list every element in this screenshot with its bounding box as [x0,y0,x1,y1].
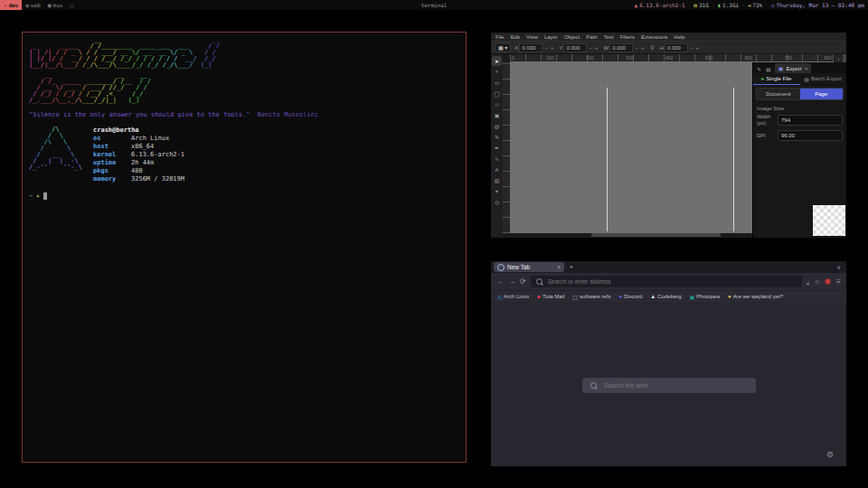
status-modules: ▲6.13.6-arch2-1·▤31G·▮1.3Gi·◄72%·◷Thursd… [635,2,868,8]
bookmark-label: Are we wayland yet? [733,294,783,299]
calligraphy-tool[interactable]: ∿ [492,154,502,164]
export-subtabs: ▸ Single File ▤ Batch Export [753,73,846,85]
spin-value[interactable]: 0.000 [665,43,688,52]
export-tab[interactable]: ▣ Export × [775,63,812,73]
spin-minus-button[interactable]: − [689,45,694,51]
address-bar[interactable] [531,276,803,287]
art-line: |__/|__/\___/ /_/\___/\____/_/ /_/ /_/\_… [29,62,459,69]
menu-text[interactable]: Text [604,34,614,40]
bookmark-label: software refs [580,294,610,299]
desktop: ›dev◍web▦mux□ terminal ▲6.13.6-arch2-1·▤… [0,0,868,488]
extension-icon[interactable] [825,278,831,285]
pen-tool[interactable]: ✒ [492,143,502,153]
address-input[interactable] [546,277,797,286]
module-separator: · [741,2,745,8]
tab-close-icon[interactable]: × [557,264,561,270]
node-tool[interactable]: ⌖ [492,67,502,77]
tab-single-file[interactable]: ▸ Single File [753,73,800,85]
fetch-info: crash@bertha osArch Linuxhostx86_64kerne… [93,127,184,183]
export-tab-close-icon[interactable]: × [805,66,808,71]
spin-minus-button[interactable]: − [588,45,593,51]
menu-help[interactable]: Help [674,34,684,40]
fetch-block: /\ / \ /\ \ / \ / __ \ / | | -\/_-'' ''-… [29,127,459,183]
text-tool[interactable]: A [492,164,502,174]
bookmark-software-refs[interactable]: ▢software refs [572,294,610,300]
browser-tab[interactable]: New Tab × [494,262,564,272]
reload-button[interactable]: ⟳ [520,277,526,286]
bookmark-arch-linux[interactable]: ⋀Arch Linux [497,294,529,300]
bookmark-discord[interactable]: ●Discord [618,294,642,299]
bookmark-label: Discord [624,294,642,299]
menu-edit[interactable]: Edit [511,34,520,40]
forward-button[interactable]: → [508,277,515,286]
personalize-gear-icon[interactable]: ⚙ [826,450,834,459]
menu-icon[interactable]: ≡ [836,277,841,286]
zoom-tool[interactable]: ◎ [492,197,502,207]
bookmark-photopea[interactable]: ▣Photopea [690,294,720,300]
terminal-window[interactable]: __ __ _ _____ / /________ ____ ___ ___ /… [22,32,467,463]
export-panel-tabs: ✎ ▤ ▣ Export × [753,62,846,73]
ellipse-tool[interactable]: ◯ [492,89,502,99]
status-memory: ▮1.3Gi [717,2,739,8]
export-preview-thumbnail [813,205,845,236]
tab-batch-export[interactable]: ▤ Batch Export [800,73,847,84]
fetch-value-kernel: 6.13.6-arch2-1 [131,151,184,158]
page-button[interactable]: Page [800,89,844,99]
spin-plus-button[interactable]: + [594,45,599,51]
page-border-right [733,88,734,232]
menu-path[interactable]: Path [586,34,597,40]
workspace-web[interactable]: ◍web [22,0,43,10]
web-search-box[interactable] [582,378,756,393]
workspace-label: mux [53,2,63,8]
menu-extensions[interactable]: Extensions [641,34,667,40]
spin-value[interactable]: 0.000 [563,43,587,52]
spin-minus-button[interactable]: − [543,45,549,51]
box3d-tool[interactable]: ▣ [492,110,502,120]
menu-filters[interactable]: Filters [620,34,635,40]
downloads-icon[interactable]: ↓ [807,278,809,286]
back-button[interactable]: ← [496,277,504,286]
tab-list-chevron-icon[interactable]: ∨ [836,264,844,271]
bookmark-tuta-mail[interactable]: ■Tuta Mail [537,294,564,299]
spin-plus-button[interactable]: + [550,45,555,51]
rect-tool[interactable]: ▭ [492,78,502,88]
workspace-scratch[interactable]: □ [66,0,77,10]
pencil-tool[interactable]: ✎ [492,132,502,142]
new-tab-button[interactable]: + [567,264,576,270]
gradient-tool[interactable]: ▥ [492,175,502,185]
dpi-input[interactable] [778,130,843,141]
lock-ratio-icon[interactable]: ⚲ [649,44,655,51]
fetch-label-kernel: kernel [93,151,131,159]
shell-prompt[interactable]: ~ ▸ [29,192,459,200]
spin-value[interactable]: 0.000 [609,43,633,52]
menu-file[interactable]: File [495,34,505,40]
web-search-input[interactable] [602,381,748,389]
width-input[interactable] [778,115,843,126]
selector-tool[interactable]: ➤ [492,56,502,66]
fetch-user-host: crash@bertha [93,127,184,135]
spin-plus-button[interactable]: + [694,45,700,51]
batch-export-icon: ▤ [804,76,809,82]
selection-mode-dropdown[interactable]: ▦ ▾ [495,42,511,52]
spin-plus-button[interactable]: + [640,45,646,51]
menu-view[interactable]: View [526,34,538,40]
ruler-number: 300 [626,55,633,61]
home-icon[interactable]: ⌂ [815,277,819,286]
bookmark-are-we-wayland-yet-[interactable]: ●Are we wayland yet? [728,294,783,299]
menu-layer[interactable]: Layer [544,34,558,40]
menu-object[interactable]: Object [564,34,580,40]
star-tool[interactable]: ☆ [492,99,502,109]
navbar-icons: ↓ ⌂ ≡ [807,277,841,286]
clock-icon: ◷ [771,2,775,8]
fetch-rows: osArch Linuxhostx86_64kernel6.13.6-arch2… [93,135,184,183]
workspace-dev[interactable]: ›dev [0,0,22,10]
spin-label: Y [559,45,562,51]
spiral-tool[interactable]: @ [492,121,502,131]
spin-value[interactable]: 0.000 [519,43,542,52]
spin-minus-button[interactable]: − [634,45,639,51]
dropper-tool[interactable]: ✦ [492,186,502,196]
hscroll-thumb[interactable] [591,233,721,237]
document-button[interactable]: Document [757,89,800,99]
bookmark-codeberg[interactable]: ▲Codeberg [650,294,681,299]
workspace-mux[interactable]: ▦mux [44,0,66,10]
